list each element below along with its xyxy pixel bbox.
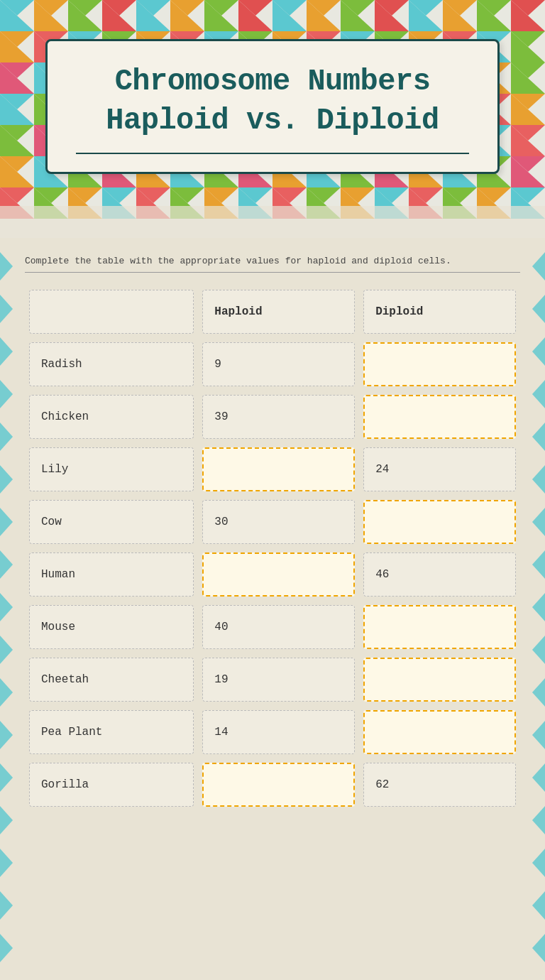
svg-marker-252 [532,636,545,664]
organism-label-0: Radish [29,342,194,386]
organism-label-8: Gorilla [29,763,194,807]
organism-label-7: Pea Plant [29,710,194,754]
cell-organism-3: Cow [25,496,198,548]
header-diploid: Diploid [363,290,516,334]
haploid-input-8[interactable] [202,763,355,807]
chromosome-table: Haploid Diploid Radish9Chicken39Lily24Co… [25,285,520,811]
cell-diploid-1[interactable] [359,391,520,443]
header-haploid-cell: Haploid [198,285,359,338]
cell-haploid-6: 19 [198,653,359,706]
header-haploid: Haploid [202,290,355,334]
svg-marker-228 [0,337,13,366]
organism-label-4: Human [29,552,194,597]
instruction-text: Complete the table with the appropriate … [25,256,520,273]
haploid-value-3: 30 [202,500,355,544]
cell-diploid-0[interactable] [359,338,520,391]
cell-diploid-3[interactable] [359,496,520,548]
cell-organism-4: Human [25,548,198,601]
svg-marker-259 [532,934,545,962]
svg-marker-244 [532,295,545,323]
table-row: Gorilla62 [25,758,520,811]
cell-diploid-6[interactable] [359,653,520,706]
title-box: Chromosome Numbers Haploid vs. Diploid [45,39,500,174]
cell-haploid-8[interactable] [198,758,359,811]
svg-marker-246 [532,380,545,408]
svg-marker-240 [0,849,13,877]
svg-marker-249 [532,508,545,536]
organism-label-1: Chicken [29,395,194,439]
organism-label-2: Lily [29,447,194,491]
cell-haploid-4[interactable] [198,548,359,601]
svg-marker-231 [0,465,13,494]
svg-marker-250 [532,550,545,579]
cell-organism-6: Cheetah [25,653,198,706]
svg-marker-256 [532,806,545,834]
cell-diploid-8: 62 [359,758,520,811]
diploid-input-5[interactable] [363,605,516,649]
table-row: Radish9 [25,338,520,391]
haploid-value-5: 40 [202,605,355,649]
haploid-value-7: 14 [202,710,355,754]
haploid-value-1: 39 [202,395,355,439]
cell-organism-8: Gorilla [25,758,198,811]
table-header-row: Haploid Diploid [25,285,520,338]
cell-organism-7: Pea Plant [25,706,198,758]
svg-marker-254 [532,721,545,749]
diploid-input-6[interactable] [363,658,516,702]
svg-marker-237 [0,721,13,749]
svg-marker-242 [0,934,13,962]
cell-diploid-2: 24 [359,443,520,496]
diploid-input-1[interactable] [363,395,516,439]
svg-marker-227 [0,295,13,323]
cell-diploid-4: 46 [359,548,520,601]
cell-diploid-5[interactable] [359,601,520,653]
table-row: Pea Plant14 [25,706,520,758]
cell-haploid-2[interactable] [198,443,359,496]
svg-marker-232 [0,508,13,536]
svg-marker-247 [532,423,545,451]
svg-marker-233 [0,550,13,579]
svg-marker-234 [0,593,13,621]
diploid-input-0[interactable] [363,342,516,386]
organism-label-6: Cheetah [29,658,194,702]
header-organism [29,290,194,334]
header-organism-cell [25,285,198,338]
diploid-input-7[interactable] [363,710,516,754]
svg-marker-230 [0,423,13,451]
svg-marker-236 [0,678,13,707]
svg-marker-239 [0,806,13,834]
svg-marker-255 [532,763,545,792]
table-row: Lily24 [25,443,520,496]
diploid-value-4: 46 [363,552,516,597]
table-row: Cow30 [25,496,520,548]
haploid-input-4[interactable] [202,552,355,597]
haploid-value-6: 19 [202,658,355,702]
svg-marker-251 [532,593,545,621]
svg-marker-229 [0,380,13,408]
svg-marker-235 [0,636,13,664]
cell-diploid-7[interactable] [359,706,520,758]
main-content: Complete the table with the appropriate … [0,238,545,980]
svg-marker-253 [532,678,545,707]
diploid-value-8: 62 [363,763,516,807]
svg-marker-245 [532,337,545,366]
organism-label-5: Mouse [29,605,194,649]
header-diploid-cell: Diploid [359,285,520,338]
haploid-input-2[interactable] [202,447,355,491]
organism-label-3: Cow [29,500,194,544]
haploid-value-0: 9 [202,342,355,386]
cell-organism-0: Radish [25,338,198,391]
svg-marker-241 [0,891,13,920]
cell-haploid-1: 39 [198,391,359,443]
page-title: Chromosome Numbers Haploid vs. Diploid [76,62,469,140]
table-row: Human46 [25,548,520,601]
svg-marker-238 [0,763,13,792]
cell-organism-2: Lily [25,443,198,496]
cell-organism-1: Chicken [25,391,198,443]
page-wrapper: Chromosome Numbers Haploid vs. Diploid C… [0,0,545,980]
table-row: Mouse40 [25,601,520,653]
table-row: Chicken39 [25,391,520,443]
svg-marker-243 [532,252,545,281]
cell-organism-5: Mouse [25,601,198,653]
diploid-input-3[interactable] [363,500,516,544]
